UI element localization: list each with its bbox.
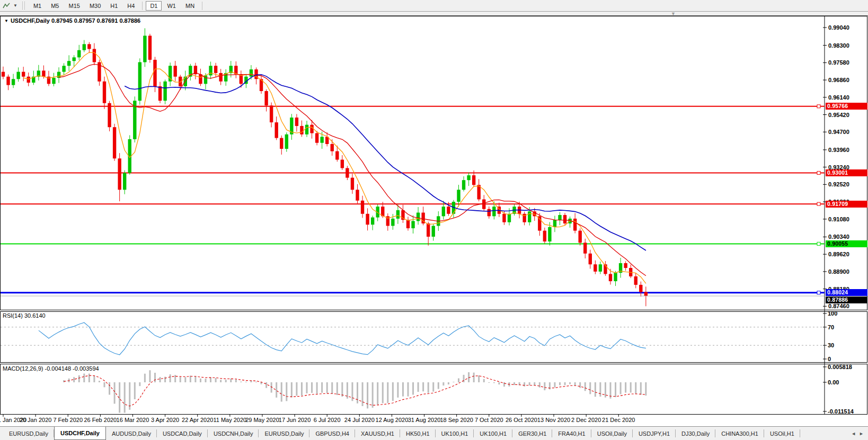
chart-tab-eurusd-daily[interactable]: EURUSD,Daily [259, 427, 309, 440]
date-axis-label: 21 Dec 2020 [602, 417, 635, 423]
rsi-axis-label: 70 [828, 324, 834, 330]
price-axis-label: 0.94700 [828, 129, 849, 135]
macd-label: MACD(12,26,9) -0.004148 -0.003594 [3, 365, 99, 372]
tab-scroll-controls: ◄► [847, 427, 868, 440]
chart-ohlc-values: 0.87945 0.87957 0.87691 0.87886 [51, 17, 140, 24]
date-axis-label: 20 Jan 2020 [20, 417, 52, 423]
timeframe-button-m30[interactable]: M30 [85, 1, 105, 11]
cursor-tool-icon[interactable] [2, 1, 11, 11]
toolbar-grip[interactable] [22, 2, 25, 10]
timeframe-buttons: M1M5M15M30H1H4D1W1MN [29, 1, 199, 11]
chart-tab-gbpusd-h4[interactable]: GBPUSD,H4 [309, 427, 355, 440]
date-axis-label: 7 Feb 2020 [53, 417, 83, 423]
timeframe-button-h1[interactable]: H1 [106, 1, 122, 11]
price-axis-label: 0.87460 [828, 303, 849, 309]
timeframe-button-m1[interactable]: M1 [29, 1, 46, 11]
timeframe-toolbar: ▼ M1M5M15M30H1H4D1W1MN [0, 0, 868, 12]
current-price-badge: 0.87886 [826, 297, 867, 303]
price-axis-label: 0.97580 [828, 59, 849, 66]
chart-tabs-bar: EURUSD,DailyUSDCHF,DailyAUDUSD,DailyUSDC… [0, 426, 868, 440]
macd-axis-label: -0.011514 [828, 408, 854, 415]
price-axis-label: 0.93960 [828, 147, 849, 153]
rsi-panel[interactable] [0, 311, 867, 363]
chart-tab-usdchf-daily[interactable]: USDCHF,Daily [54, 427, 106, 440]
date-axis-label: 7 Oct 2020 [475, 417, 503, 423]
collapse-caret-icon[interactable]: ▼ [4, 19, 8, 23]
chart-scrollbar[interactable] [0, 12, 868, 16]
rsi-label: RSI(14) 30.6140 [3, 312, 46, 319]
chart-tab-dj30-daily[interactable]: DJ30,Daily [676, 427, 715, 440]
macd-axis-label: 0.005818 [828, 364, 852, 370]
date-axis-label: 3 Apr 2020 [151, 417, 179, 423]
timeframe-button-m5[interactable]: M5 [47, 1, 63, 11]
timeframe-button-h4[interactable]: H4 [123, 1, 139, 11]
price-axis-label: 0.91080 [828, 216, 849, 222]
date-axis-label: 24 Jul 2020 [344, 417, 375, 423]
price-axis-label: 0.96140 [828, 94, 849, 101]
price-level-badge: 0.90055 [826, 240, 867, 247]
date-axis-label: 22 Apr 2020 [182, 417, 213, 423]
price-level-badge: 0.95766 [826, 103, 867, 110]
date-axis-label: 12 Aug 2020 [376, 417, 409, 423]
price-level-badge: 0.91709 [826, 201, 867, 208]
chart-tab-usdcnh-daily[interactable]: USDCNH,Daily [208, 427, 259, 440]
price-axis-label: 0.88900 [828, 268, 849, 275]
cursor-tool-glyph [3, 2, 10, 10]
price-level-badge: 0.93001 [826, 169, 867, 176]
date-axis-label: 29 May 2020 [245, 417, 279, 423]
price-level-badge: 0.88024 [826, 289, 867, 296]
chart-tab-china300-h1[interactable]: CHINA300,H1 [715, 427, 764, 440]
main-chart-panel[interactable] [0, 16, 867, 310]
timeframe-button-mn[interactable]: MN [181, 1, 199, 11]
price-axis-label: 0.98300 [828, 42, 849, 49]
chart-tab-fra40-h1[interactable]: FRA40,H1 [552, 427, 591, 440]
date-axis-label: 26 Oct 2020 [506, 417, 537, 423]
chart-tab-hk50-h1[interactable]: HK50,H1 [400, 427, 436, 440]
date-axis-label: 2 Dec 2020 [571, 417, 601, 423]
chart-tab-xauusd-h1[interactable]: XAUUSD,H1 [355, 427, 400, 440]
rsi-axis-label: 30 [828, 342, 834, 348]
date-axis-label: 18 Sep 2020 [440, 417, 473, 423]
chart-tab-usdjpy-h1[interactable]: USDJPY,H1 [633, 427, 676, 440]
date-axis-label: 17 Jun 2020 [279, 417, 311, 423]
toolbar-separator [142, 2, 143, 10]
chevron-down-icon[interactable]: ▼ [11, 3, 20, 8]
timeframe-button-w1[interactable]: W1 [163, 1, 180, 11]
date-axis-label: 26 Feb 2020 [84, 417, 117, 423]
chart-symbol-label: USDCHF,Daily [11, 17, 50, 24]
price-axis-label: 0.96860 [828, 77, 849, 83]
rsi-axis-label: 0 [828, 356, 831, 362]
chart-tab-usoil-h1[interactable]: USOil,H1 [764, 427, 800, 440]
macd-axis-label: 0.00 [828, 379, 839, 385]
price-axis-label: 0.95420 [828, 112, 849, 118]
timeframe-button-m15[interactable]: M15 [64, 1, 84, 11]
chart-tab-audusd-daily[interactable]: AUDUSD,Daily [106, 427, 157, 440]
price-axis-label: 0.99040 [828, 24, 849, 31]
timeframe-button-d1[interactable]: D1 [146, 1, 162, 11]
tab-scroll-left-icon[interactable]: ◄ [851, 431, 856, 436]
rsi-axis-label: 100 [828, 310, 837, 317]
trading-platform-window: ▼ M1M5M15M30H1H4D1W1MN ▼ ▼USDCHF,Daily 0… [0, 0, 868, 440]
date-axis-label: 31 Aug 2020 [408, 417, 441, 423]
date-axis-label: 16 Mar 2020 [117, 417, 149, 423]
price-axis-label: 0.90340 [828, 234, 849, 240]
price-axis-label: 0.89620 [828, 251, 849, 257]
price-axis-label: 0.92520 [828, 181, 849, 187]
chart-tab-uk100-h1[interactable]: UK100,H1 [474, 427, 512, 440]
chart-tab-ger30-h1[interactable]: GER30,H1 [512, 427, 552, 440]
date-axis-label: 13 Nov 2020 [537, 417, 570, 423]
chart-tab-usdcad-daily[interactable]: USDCAD,Daily [157, 427, 208, 440]
chart-tab-usoil-daily[interactable]: USOil,Daily [591, 427, 633, 440]
tab-scroll-right-icon[interactable]: ► [859, 431, 864, 436]
chart-tab-uk100-h1[interactable]: UK100,H1 [436, 427, 474, 440]
date-axis-label: 6 Jul 2020 [314, 417, 341, 423]
chart-title: ▼USDCHF,Daily 0.87945 0.87957 0.87691 0.… [4, 17, 140, 24]
date-axis-label: 11 May 2020 [213, 417, 246, 423]
macd-panel[interactable] [0, 364, 867, 415]
toolbar-separator [202, 2, 202, 10]
chart-tab-eurusd-daily[interactable]: EURUSD,Daily [3, 427, 54, 440]
